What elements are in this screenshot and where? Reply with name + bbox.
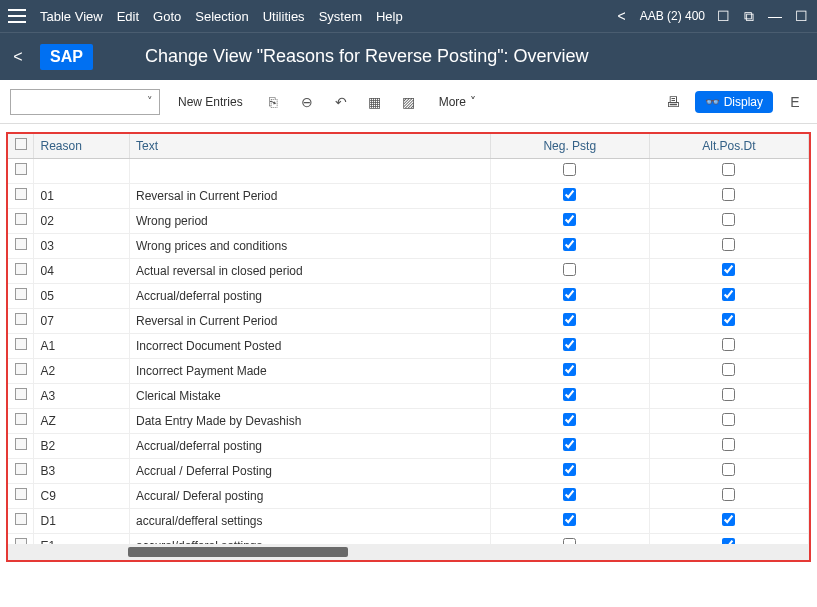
cell-text[interactable]: Data Entry Made by Devashish (129, 408, 490, 433)
cell-reason[interactable]: A1 (34, 333, 129, 358)
row-selector[interactable] (15, 438, 27, 450)
row-selector[interactable] (15, 513, 27, 525)
neg-checkbox[interactable] (563, 513, 576, 526)
cell-text[interactable]: Clerical Mistake (129, 383, 490, 408)
table-row[interactable]: A2 Incorrect Payment Made (8, 358, 809, 383)
table-row[interactable]: 07 Reversal in Current Period (8, 308, 809, 333)
alt-checkbox[interactable] (722, 163, 735, 176)
cell-text[interactable]: Accrual/deferral posting (129, 433, 490, 458)
table-row[interactable]: AZ Data Entry Made by Devashish (8, 408, 809, 433)
alt-checkbox[interactable] (722, 238, 735, 251)
table-row[interactable]: 04 Actual reversal in closed period (8, 258, 809, 283)
row-selector[interactable] (15, 388, 27, 400)
new-session-icon[interactable]: ⧉ (741, 8, 757, 24)
table-row[interactable]: B3 Accrual / Deferral Posting (8, 458, 809, 483)
cell-reason[interactable]: D1 (34, 508, 129, 533)
alt-checkbox[interactable] (722, 263, 735, 276)
cell-reason[interactable] (34, 158, 129, 183)
row-selector[interactable] (15, 163, 27, 175)
cell-reason[interactable]: 03 (34, 233, 129, 258)
alt-checkbox[interactable] (722, 188, 735, 201)
window-icon[interactable]: ☐ (715, 8, 731, 24)
row-selector[interactable] (15, 463, 27, 475)
cell-reason[interactable]: 02 (34, 208, 129, 233)
header-reason[interactable]: Reason (34, 134, 129, 158)
minimize-icon[interactable]: — (767, 8, 783, 24)
alt-checkbox[interactable] (722, 313, 735, 326)
cell-text[interactable]: Incorrect Payment Made (129, 358, 490, 383)
cell-text[interactable]: accural/defferal settings (129, 508, 490, 533)
alt-checkbox[interactable] (722, 388, 735, 401)
print-icon[interactable]: 🖶 (661, 90, 685, 114)
undo-icon[interactable]: ↶ (329, 90, 353, 114)
neg-checkbox[interactable] (563, 163, 576, 176)
cell-text[interactable] (129, 158, 490, 183)
table-row[interactable]: A1 Incorrect Document Posted (8, 333, 809, 358)
neg-checkbox[interactable] (563, 188, 576, 201)
alt-checkbox[interactable] (722, 488, 735, 501)
neg-checkbox[interactable] (563, 263, 576, 276)
delete-icon[interactable]: ⊖ (295, 90, 319, 114)
menu-utilities[interactable]: Utilities (263, 9, 305, 24)
cell-text[interactable]: Actual reversal in closed period (129, 258, 490, 283)
cell-reason[interactable]: C9 (34, 483, 129, 508)
cell-reason[interactable]: 01 (34, 183, 129, 208)
row-selector[interactable] (15, 313, 27, 325)
row-selector[interactable] (15, 363, 27, 375)
cell-text[interactable]: Reversal in Current Period (129, 183, 490, 208)
alt-checkbox[interactable] (722, 338, 735, 351)
alt-checkbox[interactable] (722, 513, 735, 526)
table-row[interactable]: A3 Clerical Mistake (8, 383, 809, 408)
cell-reason[interactable]: 07 (34, 308, 129, 333)
cell-text[interactable]: Wrong period (129, 208, 490, 233)
table-row[interactable]: 02 Wrong period (8, 208, 809, 233)
neg-checkbox[interactable] (563, 488, 576, 501)
table-row[interactable]: 05 Accrual/deferral posting (8, 283, 809, 308)
header-alt[interactable]: Alt.Pos.Dt (649, 134, 808, 158)
cell-text[interactable]: Wrong prices and conditions (129, 233, 490, 258)
menu-goto[interactable]: Goto (153, 9, 181, 24)
table-row[interactable]: D1 accural/defferal settings (8, 508, 809, 533)
cell-reason[interactable]: AZ (34, 408, 129, 433)
row-selector[interactable] (15, 288, 27, 300)
alt-checkbox[interactable] (722, 288, 735, 301)
menu-help[interactable]: Help (376, 9, 403, 24)
row-selector[interactable] (15, 413, 27, 425)
table-row[interactable]: B2 Accrual/deferral posting (8, 433, 809, 458)
row-selector[interactable] (15, 338, 27, 350)
close-icon[interactable]: ☐ (793, 8, 809, 24)
deselect-all-icon[interactable]: ▨ (397, 90, 421, 114)
alt-checkbox[interactable] (722, 463, 735, 476)
display-button[interactable]: 👓 Display (695, 91, 773, 113)
menu-edit[interactable]: Edit (117, 9, 139, 24)
neg-checkbox[interactable] (563, 463, 576, 476)
hamburger-icon[interactable] (8, 9, 26, 23)
alt-checkbox[interactable] (722, 413, 735, 426)
cell-reason[interactable]: B3 (34, 458, 129, 483)
menu-table-view[interactable]: Table View (40, 9, 103, 24)
back-button[interactable]: < (8, 47, 28, 67)
row-selector[interactable] (15, 238, 27, 250)
new-entries-button[interactable]: New Entries (170, 91, 251, 113)
neg-checkbox[interactable] (563, 438, 576, 451)
table-row[interactable]: 01 Reversal in Current Period (8, 183, 809, 208)
alt-checkbox[interactable] (722, 438, 735, 451)
neg-checkbox[interactable] (563, 238, 576, 251)
neg-checkbox[interactable] (563, 363, 576, 376)
header-neg[interactable]: Neg. Pstg (490, 134, 649, 158)
more-button[interactable]: More ˅ (431, 91, 484, 113)
row-selector[interactable] (15, 188, 27, 200)
table-row[interactable]: C9 Accural/ Deferal posting (8, 483, 809, 508)
exit-icon[interactable]: E (783, 90, 807, 114)
menu-selection[interactable]: Selection (195, 9, 248, 24)
search-icon[interactable]: < (614, 8, 630, 24)
variant-dropdown[interactable] (10, 89, 160, 115)
cell-reason[interactable]: A2 (34, 358, 129, 383)
row-selector[interactable] (15, 488, 27, 500)
select-all-icon[interactable]: ▦ (363, 90, 387, 114)
table-row[interactable]: 03 Wrong prices and conditions (8, 233, 809, 258)
alt-checkbox[interactable] (722, 363, 735, 376)
cell-text[interactable]: Incorrect Document Posted (129, 333, 490, 358)
neg-checkbox[interactable] (563, 313, 576, 326)
cell-text[interactable]: Accural/ Deferal posting (129, 483, 490, 508)
